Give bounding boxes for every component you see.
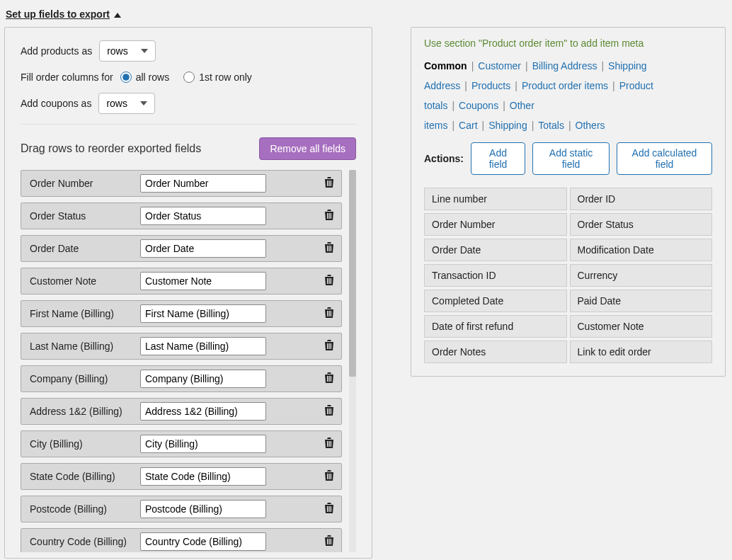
available-fields-panel: Use section "Product order item" to add … [411,27,726,377]
tab-totals[interactable]: Totals [538,120,564,131]
field-label: Order Number [30,178,140,189]
svg-rect-9 [327,278,328,284]
tab-customer[interactable]: Customer [478,60,521,72]
add-coupons-label: Add coupons as [21,98,91,109]
field-row[interactable]: Postcode (Billing) [21,496,342,522]
available-field-item[interactable]: Customer Note [570,315,713,338]
field-name-input[interactable] [140,402,266,421]
field-row[interactable]: Country Code (Billing) [21,528,342,552]
available-field-item[interactable]: Completed Date [424,290,567,312]
field-row[interactable]: Customer Note [21,268,342,295]
tab-product-order-items[interactable]: Product order items [522,80,608,91]
field-name-input[interactable] [140,304,266,323]
trash-icon[interactable] [324,503,336,515]
field-label: Order Status [30,210,140,222]
available-field-item[interactable]: Order Date [424,239,567,261]
tab-products[interactable]: Products [471,80,510,91]
field-row[interactable]: Order Date [21,235,342,262]
available-field-item[interactable]: Modification Date [570,239,713,261]
svg-rect-19 [328,376,329,382]
field-name-input[interactable] [140,370,266,388]
available-field-item[interactable]: Currency [570,264,713,287]
field-name-input[interactable] [140,337,266,355]
field-row[interactable]: Order Status [21,202,342,229]
trash-icon[interactable] [324,275,336,287]
svg-rect-29 [331,474,331,479]
separator: | [527,120,539,131]
trash-icon[interactable] [324,405,336,418]
tab-shipping[interactable]: Shipping [488,120,527,131]
field-row[interactable]: Last Name (Billing) [21,333,342,360]
field-label: Company (Billing) [30,373,140,384]
svg-rect-20 [331,376,331,382]
svg-rect-25 [328,441,329,447]
field-category-tabs: Common|Customer|Billing Address|Shipping… [424,56,712,135]
trash-icon[interactable] [324,535,336,548]
svg-rect-27 [327,474,328,479]
field-name-input[interactable] [140,532,266,551]
tab-coupons[interactable]: Coupons [459,100,498,111]
available-field-item[interactable]: Order Number [424,213,567,236]
toggle-fields-section[interactable]: Set up fields to export [6,8,121,20]
separator: | [510,80,522,91]
fill-all-rows-radio[interactable] [120,72,132,83]
trash-icon[interactable] [324,242,336,255]
field-row[interactable]: Address 1&2 (Billing) [21,398,342,425]
svg-rect-22 [328,408,329,414]
svg-rect-31 [328,506,329,512]
field-name-input[interactable] [140,174,266,193]
field-row[interactable]: Order Number [21,170,342,197]
field-row[interactable]: First Name (Billing) [21,300,342,327]
fill-first-row-radio[interactable] [183,72,195,83]
field-name-input[interactable] [140,272,266,290]
field-name-input[interactable] [140,435,266,453]
tab-others[interactable]: Others [576,120,605,131]
field-row[interactable]: State Code (Billing) [21,463,342,490]
trash-icon[interactable] [324,210,336,222]
available-field-item[interactable]: Line number [424,188,567,210]
svg-rect-23 [331,408,331,414]
scrollbar-thumb[interactable] [349,170,356,377]
svg-rect-0 [327,181,328,186]
tab-billing-address[interactable]: Billing Address [532,60,597,72]
add-calculated-field-button[interactable]: Add calculated field [617,142,712,175]
trash-icon[interactable] [324,340,336,353]
available-field-item[interactable]: Order Status [570,213,713,236]
add-coupons-select[interactable]: rows [98,93,155,114]
add-static-field-button[interactable]: Add static field [532,142,610,175]
add-field-button[interactable]: Add field [471,142,525,175]
available-field-item[interactable]: Paid Date [570,290,713,312]
svg-rect-1 [328,181,329,186]
field-name-input[interactable] [140,207,266,225]
field-name-input[interactable] [140,467,266,486]
available-field-item[interactable]: Order ID [570,188,713,210]
trash-icon[interactable] [324,438,336,450]
trash-icon[interactable] [324,307,336,320]
tab-common[interactable]: Common [424,60,467,72]
field-row[interactable]: Company (Billing) [21,365,342,392]
available-fields-grid: Line numberOrder IDOrder NumberOrder Sta… [424,188,712,363]
trash-icon[interactable] [324,177,336,190]
caret-up-icon [114,8,121,20]
separator: | [498,100,510,111]
field-label: First Name (Billing) [30,308,140,319]
separator: | [597,60,608,72]
svg-rect-30 [327,506,328,512]
remove-all-fields-button[interactable]: Remove all fields [259,137,356,160]
field-name-input[interactable] [140,239,266,258]
available-field-item[interactable]: Transaction ID [424,264,567,287]
trash-icon[interactable] [324,372,336,385]
tab-cart[interactable]: Cart [459,120,477,131]
scrollbar[interactable] [349,170,356,552]
available-field-item[interactable]: Order Notes [424,341,567,363]
available-field-item[interactable]: Link to edit order [570,341,713,363]
separator: | [608,80,619,91]
trash-icon[interactable] [324,470,336,483]
field-row[interactable]: City (Billing) [21,430,342,457]
svg-rect-10 [328,278,329,284]
add-products-select[interactable]: rows [99,40,156,62]
available-field-item[interactable]: Date of first refund [424,315,567,338]
field-name-input[interactable] [140,500,266,518]
svg-rect-24 [327,441,328,447]
field-label: Address 1&2 (Billing) [30,406,140,417]
